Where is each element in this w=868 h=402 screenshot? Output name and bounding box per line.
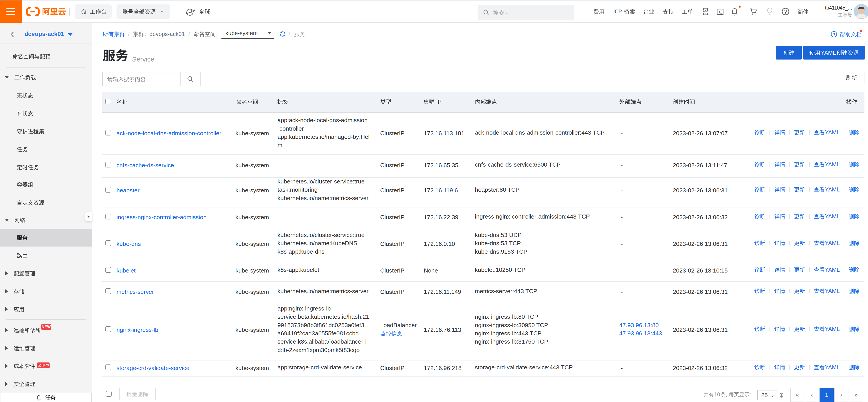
svg-text:APP: APP: [703, 10, 708, 13]
